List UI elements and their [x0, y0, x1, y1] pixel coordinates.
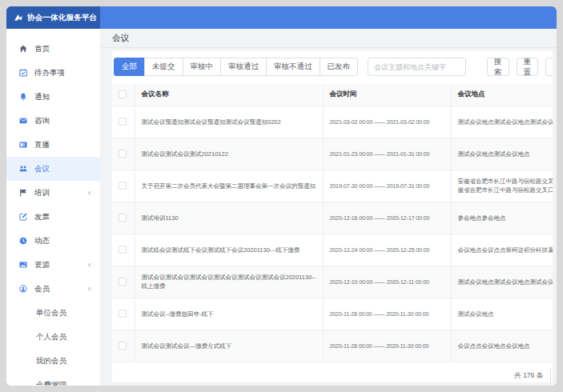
meeting-time: 2019-07-30 00:00 —— 2019-07-31 00:00: [330, 183, 444, 189]
sidebar-subitem[interactable]: 单位会员: [6, 301, 100, 325]
member-icon: [18, 284, 28, 294]
pagination-bar: 共 176 条 10条/页: [112, 368, 553, 383]
meeting-time: 2020-12-16 00:00 —— 2020-12-17 00:00: [330, 215, 444, 221]
reset-button[interactable]: 重置: [517, 58, 539, 76]
page-title-bar: 会议: [100, 29, 557, 48]
chevron-down-icon: ∨: [87, 190, 91, 196]
sidebar-item-home[interactable]: 首页: [6, 37, 100, 61]
row-checkbox[interactable]: [119, 214, 127, 222]
meeting-location: 会议地点会议点点斯柯达积分科技薯地方: [458, 246, 553, 254]
meeting-location: 测试会议地点: [458, 310, 553, 318]
table-row[interactable]: 测试会议预通知测试会议预通知测试会议预通知0202 2021-03-02 00:…: [112, 106, 553, 138]
row-checkbox[interactable]: [119, 182, 127, 190]
row-checkbox[interactable]: [119, 278, 127, 286]
status-filter-button[interactable]: 审核通过: [220, 58, 267, 76]
sidebar-item-members[interactable]: 会员 ∧: [6, 277, 100, 301]
sidebar-item-live[interactable]: 直播: [6, 133, 100, 157]
logo-icon: [14, 13, 23, 22]
table-header-row: 会议名称 会议时间 会议地点: [112, 84, 553, 106]
meeting-time: 2020-11-28 00:00 —— 2020-11-30 00:00: [330, 311, 444, 317]
app-window: 协会一体化服务平台 首页 待办事项: [6, 6, 557, 386]
meeting-name: 测试线会议测试线下会议测试线下会议20201130---线下缴费: [142, 246, 316, 254]
sidebar-item-resources[interactable]: 资源 ∨: [6, 253, 100, 277]
column-header-time: 会议时间: [323, 84, 451, 106]
status-filter-button[interactable]: 审核中: [183, 58, 222, 76]
mail-icon: [18, 116, 28, 126]
activity-icon: [18, 236, 28, 246]
table-row[interactable]: 关于召开第二次会员代表大会暨第二届理事会第一次会议的预通知 2019-07-30…: [112, 170, 553, 202]
meeting-name: 测试会议--缴费放回夺-线下: [142, 310, 316, 318]
todo-calendar-icon: [18, 68, 28, 78]
advanced-button[interactable]: 高级: [545, 58, 553, 76]
filter-toolbar: 全部 未提交 审核中 审核通过 审核不通过 已发布: [114, 58, 553, 76]
home-icon: [18, 44, 28, 54]
table-row[interactable]: 测试线会议测试线下会议测试线下会议20201130---线下缴费 2020-12…: [112, 234, 553, 266]
bell-icon: [18, 92, 28, 102]
page-size-select[interactable]: 10条/页: [550, 368, 553, 383]
sidebar-item-meetings[interactable]: 会议: [6, 157, 100, 181]
sidebar-item-inquiry[interactable]: 咨询: [6, 109, 100, 133]
meeting-location: 测试会议地点测试会议地点: [458, 150, 553, 158]
sidebar-subitem[interactable]: 会费管理: [6, 373, 100, 386]
sidebar-item-invoice[interactable]: 发票: [6, 205, 100, 229]
meeting-name: 测试会议测试会议---缴费方式线下: [142, 342, 316, 350]
meeting-location: 测试会议地点测试会议地点测试会议地点: [458, 278, 553, 286]
status-filter-button[interactable]: 已发布: [320, 58, 359, 76]
meeting-time: 2021-03-02 00:00 —— 2021-03-02 00:00: [330, 119, 444, 125]
meeting-name: 测试会议预通知测试会议预通知测试会议预通知0202: [142, 118, 316, 126]
search-button[interactable]: 搜索: [487, 58, 509, 76]
row-checkbox[interactable]: [119, 150, 127, 158]
meeting-name: 测试会议测试会议测试会议测试会议测试会议测试会议20201130--线上缴费: [142, 273, 316, 290]
main-area: 会议 全部 未提交 审核中 审核通过 审核不通过: [100, 29, 557, 386]
status-filter-button[interactable]: 未提交: [144, 58, 183, 76]
sidebar-item-notifications[interactable]: 通知: [6, 85, 100, 109]
content-card: 全部 未提交 审核中 审核通过 审核不通过 已发布: [112, 50, 553, 382]
sidebar: 首页 待办事项 通知: [6, 29, 100, 386]
meeting-location: 测试会议地点测试会议地点测试会议地点: [458, 118, 553, 126]
meeting-location: 参会地点参会地点: [458, 214, 553, 222]
resource-image-icon: [18, 260, 28, 270]
sidebar-subitem[interactable]: 个人会员: [6, 325, 100, 349]
meeting-name: 关于召开第二次会员代表大会暨第二届理事会第一次会议的预通知: [142, 182, 316, 190]
total-count: 共 176 条: [514, 371, 543, 381]
status-filter-button[interactable]: 审核不通过: [266, 58, 320, 76]
training-flag-icon: [18, 188, 28, 198]
select-all-checkbox[interactable]: [119, 90, 127, 98]
meeting-location: 会议点点会议地点会议地点: [458, 342, 553, 350]
meeting-table: 会议名称 会议时间 会议地点 测试会议预通知测试会议预通知测试会议预通知0202…: [112, 84, 553, 362]
search-input[interactable]: [368, 58, 466, 76]
status-filter-button[interactable]: 全部: [114, 58, 145, 76]
invoice-edit-icon: [18, 212, 28, 222]
row-checkbox[interactable]: [119, 118, 127, 126]
live-video-icon: [18, 140, 28, 150]
sidebar-item-todo[interactable]: 待办事项: [6, 61, 100, 85]
app-title: 协会一体化服务平台: [27, 13, 97, 23]
meeting-time: 2020-12-24 00:00 —— 2020-12-25 00:00: [330, 247, 444, 253]
page-title: 会议: [112, 33, 129, 44]
meeting-time: 2021-01-23 00:00 —— 2021-01-31 00:00: [330, 151, 444, 157]
meeting-name: 测试会议测试会议测试20210122: [142, 150, 316, 158]
table-row[interactable]: 测试会议测试会议---缴费方式线下 2020-11-28 00:00 —— 20…: [112, 330, 553, 362]
row-checkbox[interactable]: [119, 246, 127, 254]
chevron-up-icon: ∧: [87, 286, 91, 292]
meeting-location: 安徽省合肥市长江中路与宿松路交叉口稻香楼安徽省合肥市长江中路与宿松路交叉口稻香楼…: [458, 177, 553, 194]
sidebar-subitem[interactable]: 我的会员: [6, 349, 100, 373]
row-checkbox[interactable]: [119, 342, 127, 350]
column-header-location: 会议地点: [451, 84, 553, 106]
meeting-time: 2020-12-10 00:00 —— 2020-12-11 00:00: [330, 279, 444, 285]
sidebar-item-training[interactable]: 培训 ∨: [6, 181, 100, 205]
row-checkbox[interactable]: [119, 310, 127, 318]
sidebar-item-activity[interactable]: 动态: [6, 229, 100, 253]
table-row[interactable]: 测试会议--缴费放回夺-线下 2020-11-28 00:00 —— 2020-…: [112, 298, 553, 330]
logo-block: 协会一体化服务平台: [6, 6, 100, 29]
meeting-name: 测试培训1130: [142, 214, 316, 222]
table-row[interactable]: 测试培训1130 2020-12-16 00:00 —— 2020-12-17 …: [112, 202, 553, 234]
chevron-down-icon: ∨: [87, 262, 91, 268]
column-header-name: 会议名称: [135, 84, 323, 106]
status-filter-group: 全部 未提交 审核中 审核通过 审核不通过 已发布: [114, 58, 358, 76]
top-bar: 协会一体化服务平台: [6, 6, 557, 29]
meeting-time: 2020-11-28 00:00 —— 2020-11-30 00:00: [330, 343, 444, 349]
meeting-people-icon: [18, 164, 28, 174]
table-row[interactable]: 测试会议测试会议测试20210122 2021-01-23 00:00 —— 2…: [112, 138, 553, 170]
table-row[interactable]: 测试会议测试会议测试会议测试会议测试会议测试会议20201130--线上缴费 2…: [112, 266, 553, 298]
